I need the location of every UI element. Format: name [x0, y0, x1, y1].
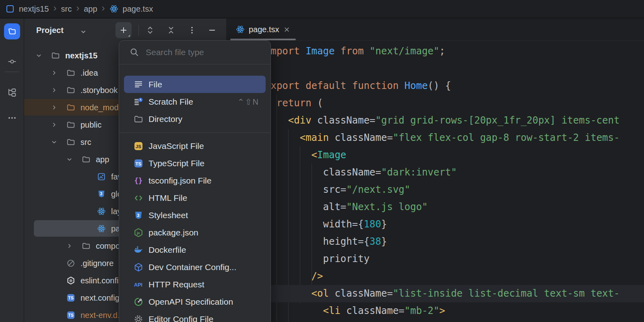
popup-item-label: JavaScript File	[149, 141, 204, 151]
code-line-15: <ol className="list-inside list-decimal …	[226, 285, 644, 302]
scratch-icon	[134, 97, 143, 107]
hide-panel-button[interactable]	[204, 22, 220, 38]
chevron-right-icon[interactable]	[66, 242, 73, 249]
search-icon	[130, 47, 139, 57]
popup-item-dev-container-config[interactable]: Dev Container Config...	[119, 258, 270, 276]
editor: page.tsx import Image from "next/image";…	[226, 19, 644, 322]
code-line-9: src="/next.svg"	[226, 181, 644, 198]
chevron-right-icon[interactable]	[51, 69, 58, 76]
folder-icon	[66, 103, 75, 112]
popup-item-openapi-specification[interactable]: OpenAPI Specification	[119, 293, 270, 310]
tab-label: page.tsx	[249, 25, 279, 34]
svg-text:{}: {}	[134, 176, 142, 184]
search-input[interactable]	[145, 47, 264, 58]
braces-icon: {}	[134, 176, 143, 186]
folder-icon	[82, 242, 91, 250]
code-line-5: <div className="grid grid-rows-[20px_1fr…	[226, 112, 644, 129]
breadcrumb-item-nextjs15[interactable]: nextjs15	[19, 4, 49, 14]
breadcrumb-item-page-tsx[interactable]: page.tsx	[123, 4, 153, 14]
css-icon: 3	[97, 190, 106, 198]
popup-item-html-file[interactable]: HTML File	[119, 189, 270, 206]
popup-item-tsconfig-json-file[interactable]: {}tsconfig.json File	[119, 172, 270, 189]
svg-text:3: 3	[137, 213, 139, 217]
breadcrumb-item-app[interactable]: app	[84, 4, 97, 14]
image-icon	[97, 172, 106, 181]
breadcrumb-item-src[interactable]: src	[61, 4, 72, 14]
popup-item-package-json[interactable]: jspackage.json	[119, 224, 270, 241]
chevron-right-icon: ›	[102, 4, 105, 12]
folder-icon	[66, 68, 75, 77]
docker-whale-icon	[134, 245, 143, 255]
tab-page-tsx[interactable]: page.tsx	[229, 19, 297, 40]
popup-item-directory[interactable]: Directory	[119, 110, 270, 128]
popup-item-dockerfile[interactable]: Dockerfile	[119, 241, 270, 258]
more-options-button[interactable]	[184, 22, 200, 38]
structure-tool-button[interactable]	[7, 88, 17, 97]
project-panel-title[interactable]: Project	[36, 26, 64, 35]
popup-item-javascript-file[interactable]: JSJavaScript File	[119, 137, 270, 155]
popup-item-stylesheet[interactable]: 3Stylesheet	[119, 206, 270, 224]
popup-search-row	[119, 41, 270, 64]
new-element-button[interactable]	[116, 22, 132, 38]
js-badge-icon: JS	[134, 141, 143, 151]
more-tools-button[interactable]	[7, 113, 17, 123]
code-line-2	[226, 60, 644, 77]
react-icon	[97, 224, 106, 233]
code-line-1: import Image from "next/image";	[226, 43, 644, 60]
popup-item-label: Dockerfile	[149, 245, 186, 255]
chevron-right-icon[interactable]	[51, 87, 58, 93]
new-file-popup: FileScratch File⌃⇧NDirectory JSJavaScrip…	[119, 40, 271, 322]
popup-item-typescript-file[interactable]: TSTypeScript File	[119, 155, 270, 172]
ts-icon: TS	[66, 293, 75, 302]
chevron-down-icon[interactable]	[51, 138, 58, 145]
activity-bar	[0, 19, 24, 322]
svg-text:js: js	[136, 230, 140, 235]
expand-all-icon	[146, 26, 155, 35]
folder-icon	[8, 27, 17, 36]
popup-item-file[interactable]: File	[124, 76, 266, 93]
popup-item-label: TypeScript File	[149, 159, 204, 168]
tree-item-label: .storybook	[80, 85, 118, 95]
tree-item-label: .idea	[80, 68, 98, 77]
popup-item-label: HTML File	[149, 193, 187, 203]
code-line-10: alt="Next.js logo"	[226, 198, 644, 216]
close-icon[interactable]	[283, 26, 290, 33]
code-line-7: <Image	[226, 147, 644, 164]
popup-item-label: Stylesheet	[149, 211, 188, 220]
popup-item-http-request[interactable]: APIHTTP Request	[119, 276, 270, 293]
chevron-right-icon: ›	[54, 4, 57, 12]
collapse-all-button[interactable]	[163, 22, 179, 38]
svg-text:3: 3	[100, 192, 103, 196]
svg-text:API: API	[134, 282, 142, 287]
commit-tool-button[interactable]	[7, 57, 17, 66]
chevron-down-icon[interactable]	[35, 52, 42, 59]
editor-code-area[interactable]: import Image from "next/image";export de…	[226, 40, 644, 322]
chevron-right-icon[interactable]	[51, 121, 58, 128]
expand-all-button[interactable]	[142, 22, 158, 38]
code-line-4: return (	[226, 95, 644, 112]
popup-item-scratch-file[interactable]: Scratch File⌃⇧N	[119, 93, 270, 110]
tree-item-label: src	[80, 137, 91, 147]
code-line-12: height={38}	[226, 233, 644, 250]
folder-icon	[51, 51, 60, 60]
code-line-14: />	[226, 268, 644, 285]
code-line-3: export default function Home() {	[226, 77, 644, 95]
code-line-11: width={180}	[226, 216, 644, 233]
chevron-down-icon[interactable]	[66, 156, 73, 163]
chevron-right-icon[interactable]	[51, 104, 58, 111]
shortcut-hint: ⌃⇧N	[237, 97, 270, 107]
project-icon	[6, 5, 14, 12]
popup-item-label: File	[149, 80, 162, 89]
popup-item-label: Dev Container Config...	[149, 262, 236, 272]
node-hex-icon: js	[134, 228, 143, 237]
html-tags-icon	[134, 193, 143, 203]
css-icon: 3	[134, 211, 143, 220]
api-icon: API	[134, 280, 143, 289]
svg-text:TS: TS	[68, 313, 73, 318]
project-tool-button[interactable]	[4, 23, 20, 39]
popup-item-label: Editor Config File	[149, 314, 213, 322]
popup-item-label: OpenAPI Specification	[149, 297, 233, 307]
popup-item-editor-config-file[interactable]: Editor Config File	[119, 310, 270, 322]
minus-icon	[208, 26, 217, 35]
structure-icon	[7, 88, 17, 97]
